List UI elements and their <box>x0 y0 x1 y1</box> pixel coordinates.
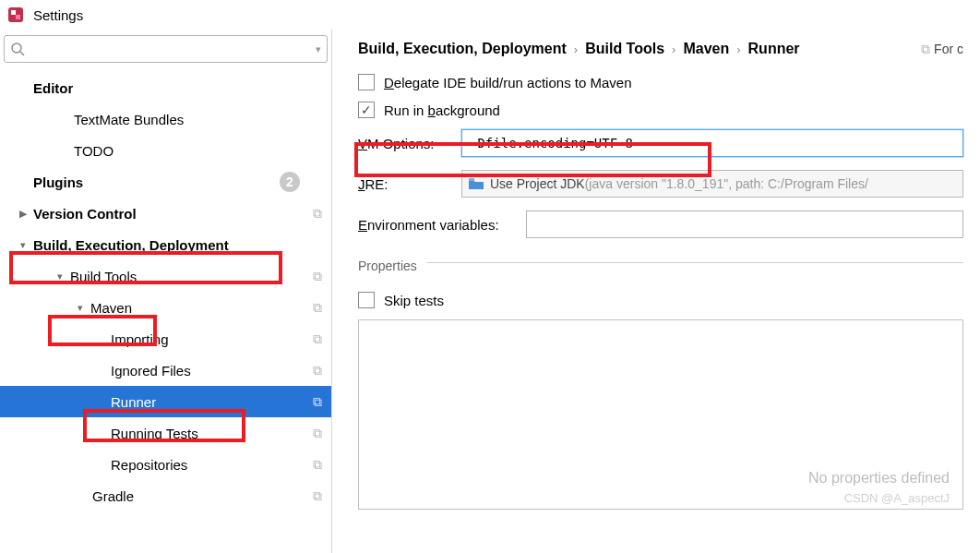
search-input[interactable] <box>29 42 316 56</box>
svg-line-4 <box>20 52 24 55</box>
chevron-right-icon: › <box>672 42 675 56</box>
project-scope-icon: ⧉ <box>313 457 322 473</box>
breadcrumb-item[interactable]: Build Tools <box>585 41 664 57</box>
tree-item-textmate[interactable]: TextMate Bundles <box>0 103 331 135</box>
separator <box>426 262 963 263</box>
checkbox-unchecked-icon[interactable] <box>358 292 375 308</box>
scope-indicator: ⧉For c <box>921 42 963 57</box>
breadcrumb-item[interactable]: Maven <box>683 41 729 57</box>
skip-tests-checkbox-row[interactable]: Skip tests <box>358 292 963 308</box>
chevron-down-icon[interactable]: ▾ <box>316 43 321 55</box>
delegate-label: Delegate IDE build/run actions to Maven <box>384 75 632 90</box>
jre-value: Use Project JDK <box>490 176 585 191</box>
project-scope-icon: ⧉ <box>313 394 322 410</box>
properties-title: Properties <box>358 258 417 273</box>
project-scope-icon: ⧉ <box>313 331 322 347</box>
chevron-right-icon: › <box>574 42 578 56</box>
project-scope-icon: ⧉ <box>313 363 322 379</box>
breadcrumb-item[interactable]: Build, Execution, Deployment <box>358 41 567 57</box>
project-scope-icon: ⧉ <box>313 488 322 504</box>
checkbox-unchecked-icon[interactable] <box>358 74 375 90</box>
svg-rect-1 <box>11 10 16 15</box>
vm-options-label: VM Options: <box>358 136 461 151</box>
plugins-badge: 2 <box>280 172 300 192</box>
env-vars-row: Environment variables: <box>358 210 963 238</box>
jre-dropdown[interactable]: Use Project JDK (java version "1.8.0_191… <box>461 170 963 198</box>
chevron-right-icon: › <box>736 42 740 56</box>
tree-item-importing[interactable]: Importing⧉ <box>0 323 331 355</box>
tree-item-repositories[interactable]: Repositories⧉ <box>0 449 331 480</box>
svg-rect-5 <box>469 178 474 181</box>
watermark: CSDN @A_aspectJ <box>844 491 950 505</box>
project-scope-icon: ⧉ <box>313 426 322 441</box>
window-title: Settings <box>33 7 83 23</box>
window-titlebar: Settings <box>0 0 980 30</box>
skip-tests-label: Skip tests <box>384 293 444 308</box>
search-icon <box>10 42 25 56</box>
tree-item-gradle[interactable]: Gradle⧉ <box>0 480 331 511</box>
breadcrumb-current: Runner <box>748 41 800 57</box>
project-scope-icon: ⧉ <box>313 300 322 316</box>
jre-detail: (java version "1.8.0_191", path: C:/Prog… <box>585 176 868 191</box>
svg-point-3 <box>12 43 21 53</box>
settings-tree: Editor TextMate Bundles TODO Plugins2 ▶V… <box>0 68 331 511</box>
tree-item-build-tools[interactable]: ▾Build Tools⧉ <box>0 260 331 292</box>
chevron-down-icon: ▾ <box>54 270 66 283</box>
properties-empty-text: No properties defined <box>808 470 950 487</box>
app-logo-icon <box>7 6 24 23</box>
tree-item-maven[interactable]: ▾Maven⧉ <box>0 292 331 323</box>
project-scope-icon: ⧉ <box>313 206 322 222</box>
tree-item-ignored-files[interactable]: Ignored Files⧉ <box>0 355 331 386</box>
run-background-checkbox-row[interactable]: ✓ Run in background <box>358 102 963 118</box>
vm-options-row: VM Options: <box>358 129 963 157</box>
chevron-right-icon: ▶ <box>17 208 30 220</box>
env-vars-label: Environment variables: <box>358 217 526 233</box>
settings-content: Build, Execution, Deployment › Build Too… <box>332 30 980 553</box>
properties-header: Properties <box>358 251 963 283</box>
checkbox-checked-icon[interactable]: ✓ <box>358 102 375 118</box>
run-background-label: Run in background <box>384 102 500 118</box>
search-input-wrapper[interactable]: ▾ <box>4 35 328 63</box>
project-scope-icon: ⧉ <box>313 269 322 284</box>
vm-options-input[interactable] <box>461 129 963 157</box>
properties-table[interactable]: No properties defined CSDN @A_aspectJ <box>358 319 963 510</box>
tree-item-running-tests[interactable]: Running Tests⧉ <box>0 417 331 449</box>
jre-row: JRE: Use Project JDK (java version "1.8.… <box>358 170 963 198</box>
folder-icon <box>468 177 484 190</box>
delegate-checkbox-row[interactable]: Delegate IDE build/run actions to Maven <box>358 74 963 90</box>
breadcrumb: Build, Execution, Deployment › Build Too… <box>358 41 963 57</box>
tree-item-runner[interactable]: Runner⧉ <box>0 386 331 417</box>
tree-item-version-control[interactable]: ▶Version Control⧉ <box>0 198 331 229</box>
tree-item-todo[interactable]: TODO <box>0 135 331 166</box>
chevron-down-icon: ▾ <box>74 302 87 314</box>
jre-label: JRE: <box>358 176 461 192</box>
tree-item-bed[interactable]: ▾Build, Execution, Deployment <box>0 229 331 260</box>
env-vars-input[interactable] <box>526 210 963 238</box>
tree-item-editor[interactable]: Editor <box>0 72 331 103</box>
tree-item-plugins[interactable]: Plugins2 <box>0 166 331 198</box>
svg-rect-2 <box>16 15 20 19</box>
chevron-down-icon: ▾ <box>17 239 30 251</box>
settings-sidebar: ▾ Editor TextMate Bundles TODO Plugins2 … <box>0 30 332 553</box>
